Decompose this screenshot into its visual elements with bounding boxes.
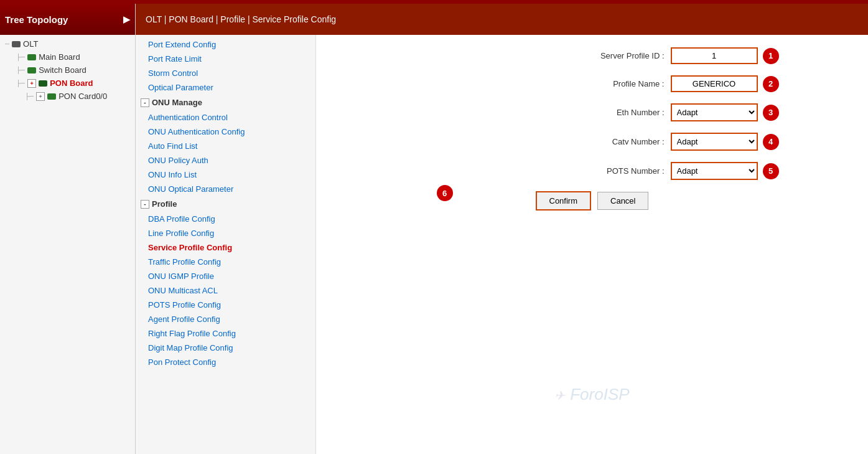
- confirm-button[interactable]: Confirm: [536, 191, 592, 210]
- pon-expand-icon[interactable]: +: [27, 79, 36, 88]
- sidebar-item-switch-board[interactable]: ├─ Switch Board: [0, 64, 135, 77]
- badge-6: 6: [437, 185, 453, 201]
- badge-2: 2: [763, 76, 779, 92]
- form-row-server-profile-id: Server Profile ID : 1: [406, 47, 779, 64]
- pon-card-icon: [47, 93, 56, 100]
- sidebar-item-pon-board[interactable]: ├─ + PON Board: [0, 77, 135, 90]
- nav-item-dba-profile-config[interactable]: DBA Profile Config: [136, 212, 315, 226]
- breadcrumb: OLT | PON Board | Profile | Service Prof…: [136, 4, 868, 35]
- catv-number-label: Catv Number :: [571, 137, 671, 146]
- sidebar-item-pon-board-label: PON Board: [50, 78, 93, 88]
- sidebar-item-olt[interactable]: ─ OLT: [0, 37, 135, 50]
- nav-item-port-rate-limit[interactable]: Port Rate Limit: [136, 52, 315, 66]
- catv-number-select[interactable]: Adapt 0 1 2: [671, 133, 758, 151]
- nav-item-line-profile-config[interactable]: Line Profile Config: [136, 226, 315, 240]
- switch-board-icon: [27, 67, 36, 73]
- sidebar-tree: ─ OLT ├─ Main Board ├─ Switch Board ├─ +: [0, 35, 135, 454]
- form-row-pots-number: POTS Number : Adapt 0 1 2 5: [406, 162, 779, 180]
- nav-item-right-flag-profile-config[interactable]: Right Flag Profile Config: [136, 326, 315, 341]
- pots-number-select[interactable]: Adapt 0 1 2: [671, 162, 758, 180]
- sidebar-header: Tree Topology ▶: [0, 4, 135, 35]
- cancel-button[interactable]: Cancel: [597, 192, 648, 210]
- form-row-profile-name: Profile Name : 2: [406, 75, 779, 92]
- sidebar-item-pon-card-label: PON Card0/0: [58, 92, 107, 101]
- sidebar-item-pon-card[interactable]: ├─ + PON Card0/0: [0, 90, 135, 103]
- profile-expand[interactable]: -: [141, 200, 149, 209]
- button-row: 6 Confirm Cancel: [406, 191, 779, 210]
- olt-icon: [12, 41, 21, 47]
- nav-item-traffic-profile-config[interactable]: Traffic Profile Config: [136, 255, 315, 269]
- nav-item-onu-info-list[interactable]: ONU Info List: [136, 168, 315, 182]
- form-row-catv-number: Catv Number : Adapt 0 1 2 4: [406, 133, 779, 151]
- sidebar-item-switch-board-label: Switch Board: [39, 65, 86, 75]
- nav-item-pots-profile-config[interactable]: POTS Profile Config: [136, 298, 315, 312]
- nav-item-agent-profile-config[interactable]: Agent Profile Config: [136, 312, 315, 326]
- sidebar-collapse-icon[interactable]: ▶: [123, 14, 130, 24]
- sidebar-title: Tree Topology: [5, 14, 68, 25]
- nav-item-auto-find-list[interactable]: Auto Find List: [136, 139, 315, 153]
- nav-section-profile[interactable]: - Profile: [136, 196, 315, 212]
- badge-1: 1: [763, 48, 779, 64]
- left-nav: Port Extend Config Port Rate Limit Storm…: [136, 35, 316, 454]
- sidebar-item-main-board-label: Main Board: [39, 52, 80, 62]
- nav-item-optical-parameter[interactable]: Optical Parameter: [136, 80, 315, 95]
- eth-number-label: Eth Number :: [571, 108, 671, 117]
- nav-item-onu-auth-config[interactable]: ONU Authentication Config: [136, 125, 315, 139]
- nav-item-onu-policy-auth[interactable]: ONU Policy Auth: [136, 153, 315, 168]
- nav-item-digit-map-profile-config[interactable]: Digit Map Profile Config: [136, 341, 315, 355]
- nav-item-pon-protect-config[interactable]: Pon Protect Config: [136, 355, 315, 369]
- server-profile-id-label: Server Profile ID :: [571, 51, 671, 60]
- pots-number-label: POTS Number :: [571, 166, 671, 176]
- nav-item-auth-control[interactable]: Authentication Control: [136, 110, 315, 125]
- sidebar-item-main-board[interactable]: ├─ Main Board: [0, 50, 135, 64]
- poncard-expand-icon[interactable]: +: [36, 92, 45, 101]
- onu-manage-expand[interactable]: -: [141, 98, 149, 107]
- badge-5: 5: [763, 163, 779, 179]
- nav-item-port-extend-config[interactable]: Port Extend Config: [136, 37, 315, 52]
- badge-3: 3: [763, 105, 779, 121]
- main-board-icon: [27, 54, 36, 60]
- form-panel: ✈ ForoISP Server Profile ID : 1 Profile …: [316, 35, 868, 454]
- profile-name-input[interactable]: [671, 75, 758, 92]
- nav-section-onu-manage[interactable]: - ONU Manage: [136, 95, 315, 110]
- nav-item-onu-igmp-profile[interactable]: ONU IGMP Profile: [136, 269, 315, 283]
- profile-name-label: Profile Name :: [571, 79, 671, 88]
- badge-4: 4: [763, 134, 779, 150]
- nav-item-service-profile-config[interactable]: Service Profile Config: [136, 240, 315, 255]
- server-profile-id-input[interactable]: [671, 47, 758, 64]
- sidebar-item-olt-label: OLT: [23, 39, 38, 49]
- form-row-eth-number: Eth Number : Adapt 0 1 2 4 8 3: [406, 103, 779, 121]
- pon-board-icon: [39, 80, 47, 87]
- eth-number-select[interactable]: Adapt 0 1 2 4 8: [671, 103, 758, 121]
- nav-item-onu-multicast-acl[interactable]: ONU Multicast ACL: [136, 283, 315, 298]
- nav-item-storm-control[interactable]: Storm Control: [136, 66, 315, 80]
- nav-item-onu-optical-parameter[interactable]: ONU Optical Parameter: [136, 182, 315, 196]
- watermark: ✈ ForoISP: [554, 384, 629, 404]
